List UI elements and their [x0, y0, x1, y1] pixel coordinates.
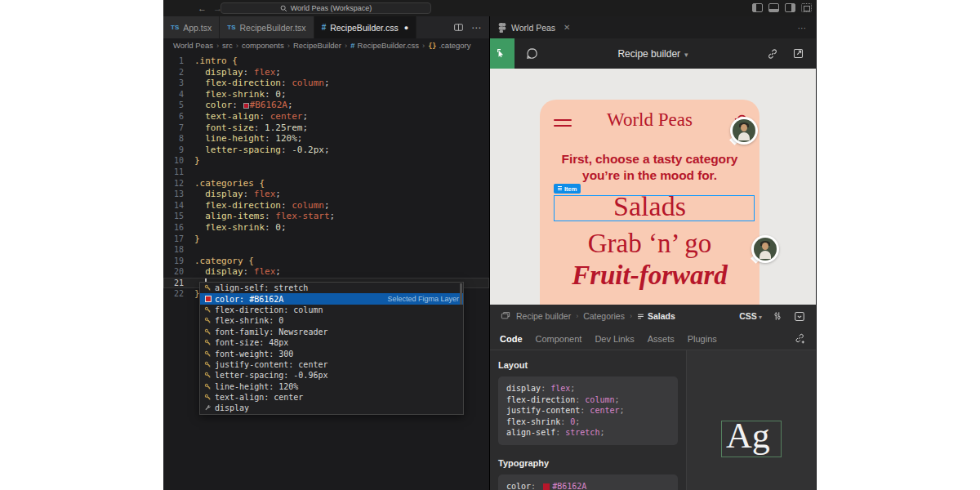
code-line[interactable]: 10} — [163, 155, 489, 167]
line-number: 7 — [163, 122, 194, 134]
suggestion-item[interactable]: display — [200, 403, 463, 413]
inspector-tab-plugins[interactable]: Plugins — [688, 334, 717, 344]
code-line[interactable]: 18 — [163, 244, 489, 256]
close-icon[interactable]: ✕ — [564, 23, 570, 32]
inspector-breadcrumb-item[interactable]: Categories — [583, 311, 625, 321]
code-line[interactable]: 2 display: flex; — [163, 67, 489, 78]
breadcrumb-separator: › — [287, 41, 290, 50]
suggestion-item[interactable]: font-weight: 300 — [200, 348, 463, 359]
suggestion-item[interactable]: color: #B6162ASelected Figma Layer — [200, 293, 463, 304]
suggestion-item[interactable]: flex-direction: column — [200, 305, 463, 315]
select-tool-button[interactable] — [490, 38, 514, 69]
toggle-sidebar-icon[interactable] — [752, 3, 763, 12]
inspector-tab-assets[interactable]: Assets — [648, 334, 675, 344]
intro-text[interactable]: First, choose a tasty category you’re in… — [540, 151, 760, 183]
suggestion-item[interactable]: flex-shrink: 0 — [200, 315, 463, 326]
frames-icon[interactable] — [500, 310, 511, 322]
split-editor-icon[interactable] — [453, 22, 464, 33]
code-line[interactable]: 16 flex-shrink: 0; — [163, 222, 489, 234]
suggestion-label: color: #B6162A — [215, 295, 283, 304]
css-declaration: flex-shrink: 0; — [506, 416, 670, 428]
breadcrumb-item[interactable]: #RecipeBuilder.css — [350, 41, 419, 50]
breadcrumb-separator: › — [345, 41, 347, 50]
property-key-icon — [204, 372, 212, 379]
css-rule-symbol-icon: {} — [428, 42, 436, 50]
line-number: 11 — [163, 167, 194, 178]
category-text-salads[interactable]: Salads — [540, 191, 760, 222]
code-token: flex-start — [275, 211, 329, 221]
code-line[interactable]: 8 line-height: 120%; — [163, 133, 489, 145]
suggestion-item[interactable]: letter-spacing: -0.96px — [200, 370, 463, 381]
code-line[interactable]: 1.intro { — [163, 56, 489, 67]
settings-sliders-icon[interactable] — [772, 310, 783, 322]
suggestion-item[interactable]: align-self: stretch — [200, 283, 463, 293]
inspector-tab-dev-links[interactable]: Dev Links — [595, 334, 634, 344]
breadcrumb-item[interactable]: components — [242, 41, 284, 50]
css-code-block[interactable]: color: #B6162Atext-align: center; — [498, 474, 678, 490]
open-external-icon[interactable] — [792, 47, 804, 60]
code-line[interactable]: 7 font-size: 1.25rem; — [163, 122, 489, 134]
copy-link-icon[interactable] — [766, 47, 779, 60]
suggestion-item[interactable]: font-size: 48px — [200, 337, 463, 348]
panel-more-icon[interactable]: ··· — [798, 23, 817, 33]
suggestion-item[interactable]: justify-content: center — [200, 359, 463, 370]
editor-tab-app.tsx[interactable]: TSApp.tsx — [163, 16, 220, 38]
code-token: : — [243, 67, 254, 78]
code-line[interactable]: 12.categories { — [163, 178, 489, 189]
breadcrumb-item[interactable]: World Peas — [173, 41, 213, 50]
suggest-scrollbar[interactable] — [460, 283, 462, 305]
add-dev-link-icon[interactable] — [794, 332, 806, 345]
breadcrumb-item[interactable]: {}.category — [428, 41, 470, 50]
inspector-tab-code[interactable]: Code — [500, 334, 523, 344]
code-line[interactable]: 13 display: flex; — [163, 189, 489, 200]
phone-frame[interactable]: World Peas First, choose a tasty categor… — [540, 100, 760, 305]
css-code-block[interactable]: display: flex;flex-direction: column;jus… — [498, 376, 678, 445]
code-line[interactable]: 4 flex-shrink: 0; — [163, 89, 489, 100]
search-icon — [280, 5, 287, 12]
inspector-tab-component[interactable]: Component — [536, 334, 582, 344]
code-line[interactable]: 3 flex-direction: column; — [163, 78, 489, 89]
code-editor[interactable]: 1.intro {2 display: flex;3 flex-directio… — [163, 52, 489, 490]
code-language-dropdown[interactable]: CSS ▾ — [739, 311, 762, 321]
type-specimen-box[interactable]: Ag — [721, 421, 782, 457]
inspector-breadcrumb-item[interactable]: Recipe builder — [516, 311, 571, 321]
command-center-search[interactable]: World Peas (Workspace) — [220, 2, 431, 14]
code-line[interactable]: 14 flex-direction: column; — [163, 200, 489, 212]
inspector-breadcrumb-item[interactable]: Salads — [637, 311, 675, 321]
property-key-icon — [204, 394, 212, 401]
suggestion-item[interactable]: text-align: center — [200, 392, 463, 403]
breadcrumb-item[interactable]: RecipeBuilder — [293, 41, 341, 50]
customize-layout-icon[interactable] — [801, 3, 812, 12]
phone-brand-title[interactable]: World Peas — [540, 109, 760, 131]
code-token: ; — [302, 111, 308, 122]
tab-label: App.tsx — [183, 23, 212, 33]
modified-dot-icon[interactable]: ● — [404, 24, 408, 32]
toggle-secondary-sidebar-icon[interactable] — [785, 3, 795, 12]
breadcrumb-item[interactable]: src — [222, 41, 233, 50]
editor-tab-recipebuilder.tsx[interactable]: TSRecipeBuilder.tsx — [220, 16, 314, 38]
figma-tab-world-peas[interactable]: World Peas ✕ — [490, 16, 578, 38]
collapse-panel-icon[interactable] — [793, 310, 806, 323]
code-line[interactable]: 20 display: flex; — [163, 266, 489, 278]
code-line[interactable]: 5 color: #B6162A; — [163, 100, 489, 111]
category-text-grab-n-go[interactable]: Grab ‘n’ go — [540, 229, 760, 259]
code-line[interactable]: 6 text-align: center; — [163, 111, 489, 122]
design-canvas[interactable]: World Peas First, choose a tasty categor… — [490, 69, 816, 305]
comment-tool-button[interactable] — [525, 47, 539, 60]
code-line[interactable]: 15 align-items: flex-start; — [163, 211, 489, 222]
editor-more-actions-icon[interactable]: ⋯ — [471, 22, 481, 33]
editor-tab-recipebuilder.css[interactable]: #RecipeBuilder.css● — [314, 16, 416, 38]
code-line[interactable]: 19.category { — [163, 256, 489, 267]
code-line[interactable]: 11 — [163, 167, 489, 178]
code-token: ; — [275, 189, 281, 199]
history-back-icon[interactable]: ← — [198, 3, 207, 13]
code-line[interactable]: 9 letter-spacing: -0.2px; — [163, 145, 489, 156]
workspace-search-label: World Peas (Workspace) — [291, 4, 372, 12]
suggestion-item[interactable]: line-height: 120% — [200, 381, 463, 392]
code-line[interactable]: 17} — [163, 234, 489, 245]
category-text-fruit-forward[interactable]: Fruit-forward — [540, 261, 760, 291]
suggestion-item[interactable]: font-family: Newsreader — [200, 327, 463, 337]
toggle-panel-icon[interactable] — [768, 3, 779, 12]
color-swatch[interactable] — [243, 103, 249, 109]
type-specimen: Ag — [726, 415, 770, 458]
